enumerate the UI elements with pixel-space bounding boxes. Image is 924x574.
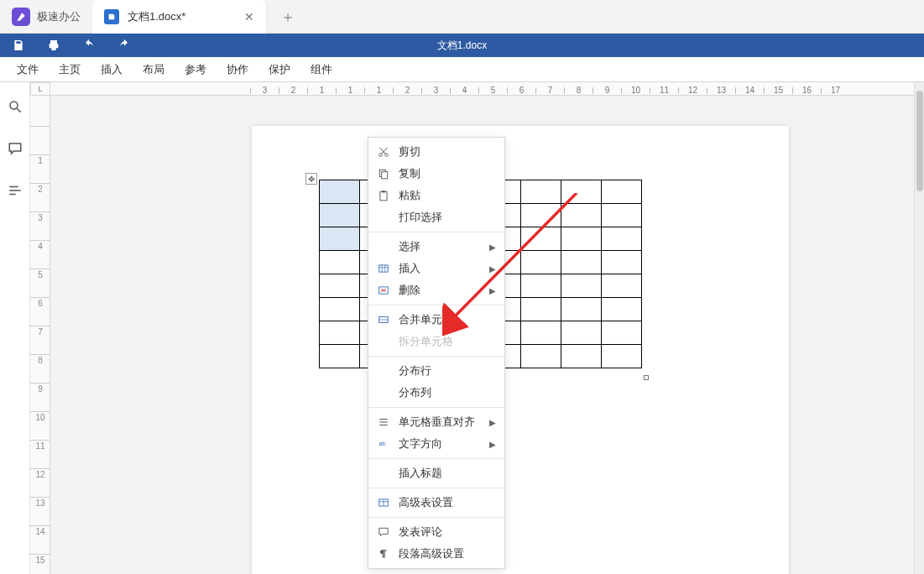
vertical-ruler[interactable]: 1234567891011121314151617 bbox=[30, 96, 50, 574]
app-name: 极速办公 bbox=[37, 9, 81, 24]
table-cell[interactable] bbox=[521, 204, 561, 227]
table-cell[interactable] bbox=[320, 204, 360, 227]
table-cell[interactable] bbox=[521, 227, 561, 251]
search-icon[interactable] bbox=[8, 99, 23, 117]
table-cell[interactable] bbox=[561, 321, 602, 345]
ctx-copy[interactable]: 复制 bbox=[368, 163, 504, 185]
tab-title: 文档1.docx* bbox=[128, 9, 185, 24]
table-cell[interactable] bbox=[561, 345, 602, 368]
ctx-cell-valign[interactable]: 单元格垂直对齐 ▶ bbox=[368, 411, 504, 433]
ctx-delete[interactable]: 删除 ▶ bbox=[368, 279, 504, 301]
merge-cells-icon bbox=[377, 313, 390, 326]
table-cell[interactable] bbox=[320, 321, 360, 345]
ruler-tick: 5 bbox=[30, 269, 50, 297]
table-cell[interactable] bbox=[602, 345, 642, 368]
table-cell[interactable] bbox=[602, 180, 642, 204]
ctx-comment[interactable]: 发表评论 bbox=[368, 521, 504, 543]
ruler-tick: 2 bbox=[393, 87, 421, 94]
ctx-insert-caption[interactable]: 插入标题 bbox=[368, 462, 504, 484]
vertical-scrollbar[interactable] bbox=[914, 82, 924, 574]
ctx-cut[interactable]: 剪切 bbox=[368, 141, 504, 163]
ruler-tick: 15 bbox=[30, 554, 50, 574]
ctx-insert[interactable]: 插入 ▶ bbox=[368, 258, 504, 279]
separator bbox=[368, 517, 504, 518]
ctx-print-selection[interactable]: 打印选择 bbox=[368, 206, 504, 228]
document-icon bbox=[104, 9, 119, 24]
table-cell[interactable] bbox=[561, 274, 602, 298]
table-cell[interactable] bbox=[561, 180, 602, 204]
undo-icon[interactable] bbox=[82, 39, 96, 52]
chevron-right-icon: ▶ bbox=[489, 440, 496, 449]
table-cell[interactable] bbox=[521, 345, 561, 368]
ruler-tick: 13 bbox=[30, 497, 50, 525]
ctx-paragraph-advanced[interactable]: 段落高级设置 bbox=[368, 543, 504, 565]
ruler-tick: 6 bbox=[30, 297, 50, 326]
ctx-merge-cells[interactable]: 合并单元格 bbox=[368, 309, 504, 331]
table-cell[interactable] bbox=[561, 298, 602, 321]
menu-layout[interactable]: 布局 bbox=[133, 57, 175, 81]
table-cell[interactable] bbox=[521, 298, 561, 321]
table-cell[interactable] bbox=[320, 180, 360, 204]
ruler-tick: 14 bbox=[30, 525, 50, 554]
menu-home[interactable]: 主页 bbox=[49, 57, 91, 81]
scrollbar-thumb[interactable] bbox=[916, 91, 923, 191]
ctx-distribute-rows[interactable]: 分布行 bbox=[368, 360, 504, 382]
ruler-tick: 3 bbox=[421, 87, 450, 94]
page: ✥ bbox=[252, 126, 789, 574]
table-cell[interactable] bbox=[602, 321, 642, 345]
table-resize-handle[interactable] bbox=[644, 375, 649, 380]
ruler-tick: 8 bbox=[30, 354, 50, 383]
svg-point-0 bbox=[10, 102, 18, 109]
table-cell[interactable] bbox=[320, 251, 360, 274]
table-cell[interactable] bbox=[561, 227, 602, 251]
ruler-tick: 15 bbox=[764, 87, 792, 94]
save-icon[interactable] bbox=[12, 39, 25, 52]
table-cell[interactable] bbox=[602, 298, 642, 321]
titlebar: 极速办公 文档1.docx* ✕ ＋ bbox=[0, 0, 924, 34]
table-cell[interactable] bbox=[521, 180, 561, 204]
table-cell[interactable] bbox=[602, 274, 642, 298]
table-cell[interactable] bbox=[602, 227, 642, 251]
table-cell[interactable] bbox=[521, 321, 561, 345]
table-move-handle[interactable]: ✥ bbox=[305, 173, 317, 185]
table-cell[interactable] bbox=[521, 251, 561, 274]
ctx-table-advanced[interactable]: 高级表设置 bbox=[368, 492, 504, 514]
document-tab[interactable]: 文档1.docx* ✕ bbox=[92, 0, 267, 34]
ruler-tick: 6 bbox=[507, 87, 535, 94]
table-cell[interactable] bbox=[320, 345, 360, 368]
table-cell[interactable] bbox=[320, 227, 360, 251]
ctx-distribute-cols[interactable]: 分布列 bbox=[368, 382, 504, 404]
table-cell[interactable] bbox=[521, 274, 561, 298]
new-tab-button[interactable]: ＋ bbox=[267, 7, 309, 27]
context-menu: 剪切 复制 粘贴 打印选择 选择 ▶ 插入 ▶ 删除 ▶ 合并单元格 拆分单元格… bbox=[368, 137, 505, 569]
table-cell[interactable] bbox=[561, 251, 602, 274]
menu-references[interactable]: 参考 bbox=[175, 57, 217, 81]
table-cell[interactable] bbox=[320, 298, 360, 321]
menu-collab[interactable]: 协作 bbox=[217, 57, 258, 81]
menu-components[interactable]: 组件 bbox=[300, 57, 342, 81]
table-cell[interactable] bbox=[561, 204, 602, 227]
menu-protect[interactable]: 保护 bbox=[258, 57, 300, 81]
redo-icon[interactable] bbox=[117, 39, 131, 52]
table-cell[interactable] bbox=[320, 274, 360, 298]
ruler-corner: L bbox=[30, 82, 50, 96]
print-icon[interactable] bbox=[47, 39, 60, 52]
menu-insert[interactable]: 插入 bbox=[91, 57, 133, 81]
table-cell[interactable] bbox=[602, 204, 642, 227]
ruler-tick: 16 bbox=[792, 87, 821, 94]
table-cell[interactable] bbox=[602, 251, 642, 274]
ruler-tick: 3 bbox=[30, 211, 50, 240]
horizontal-ruler[interactable]: 32111234567891011121314151617 bbox=[50, 82, 914, 96]
outline-icon[interactable] bbox=[8, 183, 23, 201]
app-badge[interactable]: 极速办公 bbox=[0, 0, 92, 34]
ruler-tick: 2 bbox=[30, 183, 50, 211]
copy-icon bbox=[377, 167, 390, 180]
ctx-text-direction[interactable]: ab 文字方向 ▶ bbox=[368, 433, 504, 455]
ctx-select[interactable]: 选择 ▶ bbox=[368, 236, 504, 258]
menu-file[interactable]: 文件 bbox=[7, 57, 49, 81]
separator bbox=[368, 305, 504, 305]
tab-close-button[interactable]: ✕ bbox=[244, 10, 254, 23]
ctx-paste[interactable]: 粘贴 bbox=[368, 185, 504, 206]
ruler-tick bbox=[30, 126, 50, 154]
comments-icon[interactable] bbox=[8, 141, 23, 159]
